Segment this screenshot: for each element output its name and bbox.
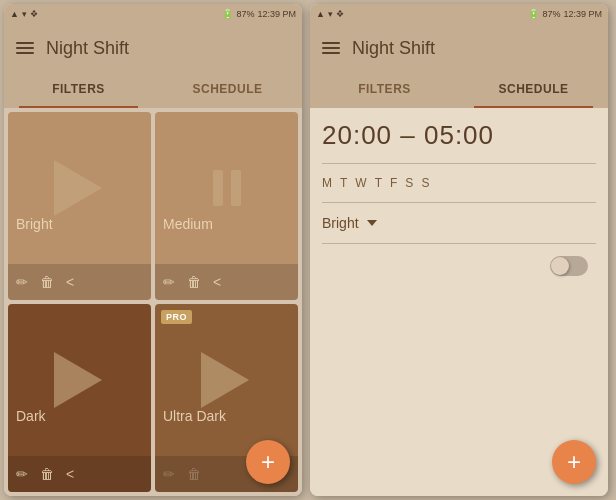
share-icon-dark[interactable]: < [66,466,74,482]
filter-card-bright: Bright ✏ 🗑 < [8,112,151,300]
edit-icon-ultra-dark: ✏ [163,466,175,482]
filter-label-medium: Medium [163,216,213,232]
signal-icon: ▲ [10,9,19,19]
status-bar-2: ▲ ▾ ❖ 🔋 87% 12:39 PM [310,4,608,24]
pause-icon-medium [213,170,241,206]
delete-icon-bright[interactable]: 🗑 [40,274,54,290]
fab-button-2[interactable]: + [552,440,596,484]
filter-grid: Bright ✏ 🗑 < Medium [4,108,302,496]
status-bar-1: ▲ ▾ ❖ 🔋 87% 12:39 PM [4,4,302,24]
day-S2[interactable]: S [421,176,429,190]
filter-actions-bright: ✏ 🗑 < [8,264,151,300]
filter-preview-bright: Bright [8,112,151,264]
battery-text: 87% [236,9,254,19]
time-display-2: 12:39 PM [563,9,602,19]
filter-label-ultra-dark: Ultra Dark [163,408,226,424]
filter-actions-medium: ✏ 🗑 < [155,264,298,300]
schedule-content: 20:00 – 05:00 M T W T F S S Bright [310,108,608,496]
signal-icon-2: ▲ [316,9,325,19]
delete-icon-ultra-dark: 🗑 [187,466,201,482]
delete-icon-medium[interactable]: 🗑 [187,274,201,290]
battery-icon-2: 🔋 [528,9,539,19]
day-W[interactable]: W [355,176,366,190]
filter-card-medium: Medium ✏ 🗑 < [155,112,298,300]
schedule-filter-row: Bright [322,215,596,231]
bluetooth-icon: ❖ [30,9,38,19]
delete-icon-dark[interactable]: 🗑 [40,466,54,482]
time-display: 12:39 PM [257,9,296,19]
status-icons-left-2: ▲ ▾ ❖ [316,9,344,19]
schedule-divider-3 [322,243,596,244]
play-icon-ultra-dark [201,352,253,408]
app-bar-1: Night Shift [4,24,302,72]
battery-icon: 🔋 [222,9,233,19]
schedule-toggle[interactable] [550,256,588,276]
filter-preview-medium: Medium [155,112,298,264]
app-title-2: Night Shift [352,38,435,59]
share-icon-medium[interactable]: < [213,274,221,290]
filter-preview-ultra-dark: Ultra Dark [155,304,298,456]
bluetooth-icon-2: ❖ [336,9,344,19]
status-right: 🔋 87% 12:39 PM [222,9,296,19]
day-M[interactable]: M [322,176,332,190]
schedule-filter-label: Bright [322,215,359,231]
play-icon-bright [54,160,106,216]
schedule-time: 20:00 – 05:00 [322,120,596,151]
share-icon-bright[interactable]: < [66,274,74,290]
day-S1[interactable]: S [405,176,413,190]
hamburger-menu[interactable] [16,42,34,54]
filter-label-bright: Bright [16,216,53,232]
battery-text-2: 87% [542,9,560,19]
filter-actions-dark: ✏ 🗑 < [8,456,151,492]
tab-filters-1[interactable]: FILTERS [4,72,153,106]
day-F[interactable]: F [390,176,397,190]
dropdown-arrow-icon [367,220,377,226]
day-T1[interactable]: T [340,176,347,190]
fab-button-1[interactable]: + [246,440,290,484]
toggle-knob [551,257,569,275]
filter-label-dark: Dark [16,408,46,424]
tabs-2: FILTERS SCHEDULE [310,72,608,108]
tab-schedule-1[interactable]: SCHEDULE [153,72,302,106]
filter-card-dark: Dark ✏ 🗑 < [8,304,151,492]
edit-icon-dark[interactable]: ✏ [16,466,28,482]
schedule-days: M T W T F S S [322,176,596,190]
day-T2[interactable]: T [375,176,382,190]
schedule-divider-1 [322,163,596,164]
wifi-icon: ▾ [22,9,27,19]
tabs-1: FILTERS SCHEDULE [4,72,302,108]
status-right-2: 🔋 87% 12:39 PM [528,9,602,19]
hamburger-menu-2[interactable] [322,42,340,54]
schedule-divider-2 [322,202,596,203]
play-icon-dark [54,352,106,408]
schedule-dropdown[interactable] [367,220,377,226]
tab-schedule-2[interactable]: SCHEDULE [459,72,608,106]
edit-icon-bright[interactable]: ✏ [16,274,28,290]
toggle-row [322,256,596,276]
tab-filters-2[interactable]: FILTERS [310,72,459,106]
app-bar-2: Night Shift [310,24,608,72]
status-icons-left: ▲ ▾ ❖ [10,9,38,19]
app-title-1: Night Shift [46,38,129,59]
filter-preview-dark: Dark [8,304,151,456]
wifi-icon-2: ▾ [328,9,333,19]
edit-icon-medium[interactable]: ✏ [163,274,175,290]
